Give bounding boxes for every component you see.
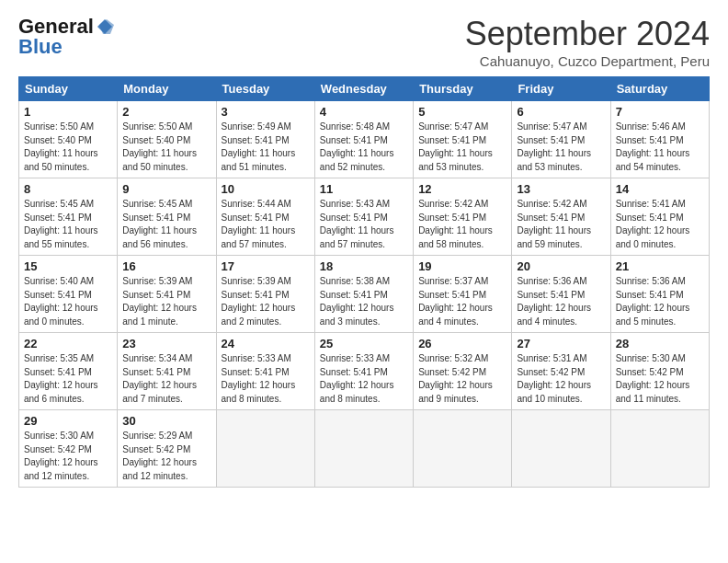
- day-info: Sunrise: 5:30 AMSunset: 5:42 PMDaylight:…: [616, 352, 704, 406]
- day-info: Sunrise: 5:47 AMSunset: 5:41 PMDaylight:…: [418, 121, 506, 174]
- calendar-week-1: 1Sunrise: 5:50 AMSunset: 5:40 PMDaylight…: [19, 101, 710, 178]
- title-area: September 2024 Cahuanuyo, Cuzco Departme…: [465, 15, 710, 69]
- day-info: Sunrise: 5:49 AMSunset: 5:41 PMDaylight:…: [222, 121, 310, 174]
- calendar-cell: 27Sunrise: 5:31 AMSunset: 5:42 PMDayligh…: [512, 333, 610, 410]
- calendar-cell: [414, 410, 512, 488]
- day-info: Sunrise: 5:36 AMSunset: 5:41 PMDaylight:…: [616, 275, 704, 328]
- day-number: 2: [122, 105, 210, 119]
- calendar-cell: [314, 410, 413, 488]
- day-number: 14: [616, 182, 704, 196]
- day-info: Sunrise: 5:32 AMSunset: 5:42 PMDaylight:…: [418, 352, 506, 406]
- day-number: 16: [122, 259, 210, 273]
- day-number: 20: [517, 259, 605, 273]
- calendar-cell: 17Sunrise: 5:39 AMSunset: 5:41 PMDayligh…: [216, 256, 314, 333]
- day-info: Sunrise: 5:38 AMSunset: 5:41 PMDaylight:…: [320, 275, 408, 328]
- day-info: Sunrise: 5:30 AMSunset: 5:42 PMDaylight:…: [24, 430, 112, 483]
- calendar-cell: 30Sunrise: 5:29 AMSunset: 5:42 PMDayligh…: [118, 410, 216, 488]
- day-info: Sunrise: 5:46 AMSunset: 5:41 PMDaylight:…: [616, 121, 704, 174]
- calendar-cell: 8Sunrise: 5:45 AMSunset: 5:41 PMDaylight…: [19, 178, 118, 256]
- day-number: 28: [616, 337, 704, 350]
- day-info: Sunrise: 5:37 AMSunset: 5:41 PMDaylight:…: [418, 275, 506, 328]
- calendar-cell: 3Sunrise: 5:49 AMSunset: 5:41 PMDaylight…: [216, 101, 314, 178]
- calendar-cell: 21Sunrise: 5:36 AMSunset: 5:41 PMDayligh…: [610, 256, 709, 333]
- calendar-week-2: 8Sunrise: 5:45 AMSunset: 5:41 PMDaylight…: [19, 178, 710, 256]
- day-number: 21: [616, 259, 704, 273]
- calendar-cell: 9Sunrise: 5:45 AMSunset: 5:41 PMDaylight…: [118, 178, 216, 256]
- calendar-cell: 24Sunrise: 5:33 AMSunset: 5:41 PMDayligh…: [216, 333, 314, 410]
- day-info: Sunrise: 5:31 AMSunset: 5:42 PMDaylight:…: [517, 352, 605, 406]
- calendar-cell: [216, 410, 314, 488]
- day-info: Sunrise: 5:42 AMSunset: 5:41 PMDaylight:…: [517, 198, 605, 251]
- logo-blue: Blue: [18, 35, 63, 59]
- calendar-week-5: 29Sunrise: 5:30 AMSunset: 5:42 PMDayligh…: [19, 410, 710, 488]
- day-number: 22: [24, 337, 112, 350]
- calendar-cell: 20Sunrise: 5:36 AMSunset: 5:41 PMDayligh…: [512, 256, 610, 333]
- weekday-header-wednesday: Wednesday: [314, 77, 413, 101]
- calendar-cell: [610, 410, 709, 488]
- calendar-cell: 18Sunrise: 5:38 AMSunset: 5:41 PMDayligh…: [314, 256, 413, 333]
- day-number: 11: [320, 182, 408, 196]
- day-info: Sunrise: 5:48 AMSunset: 5:41 PMDaylight:…: [320, 121, 408, 174]
- day-number: 8: [24, 182, 112, 196]
- weekday-header-thursday: Thursday: [414, 77, 512, 101]
- weekday-header-saturday: Saturday: [610, 77, 709, 101]
- day-number: 6: [517, 105, 605, 119]
- day-number: 24: [222, 337, 310, 350]
- weekday-header-monday: Monday: [118, 77, 216, 101]
- day-info: Sunrise: 5:35 AMSunset: 5:41 PMDaylight:…: [24, 352, 112, 406]
- day-number: 12: [418, 182, 506, 196]
- calendar-cell: 4Sunrise: 5:48 AMSunset: 5:41 PMDaylight…: [314, 101, 413, 178]
- calendar-cell: 5Sunrise: 5:47 AMSunset: 5:41 PMDaylight…: [414, 101, 512, 178]
- calendar-cell: [512, 410, 610, 488]
- day-number: 3: [222, 105, 310, 119]
- month-title: September 2024: [465, 15, 710, 53]
- day-number: 4: [320, 105, 408, 119]
- weekday-header-sunday: Sunday: [19, 77, 118, 101]
- calendar-cell: 16Sunrise: 5:39 AMSunset: 5:41 PMDayligh…: [118, 256, 216, 333]
- weekday-header-friday: Friday: [512, 77, 610, 101]
- weekday-header-row: SundayMondayTuesdayWednesdayThursdayFrid…: [19, 77, 710, 101]
- day-number: 10: [222, 182, 310, 196]
- day-info: Sunrise: 5:40 AMSunset: 5:41 PMDaylight:…: [24, 275, 112, 328]
- calendar-cell: 29Sunrise: 5:30 AMSunset: 5:42 PMDayligh…: [19, 410, 118, 488]
- calendar-cell: 19Sunrise: 5:37 AMSunset: 5:41 PMDayligh…: [414, 256, 512, 333]
- day-info: Sunrise: 5:33 AMSunset: 5:41 PMDaylight:…: [320, 352, 408, 406]
- day-info: Sunrise: 5:39 AMSunset: 5:41 PMDaylight:…: [222, 275, 310, 328]
- calendar-cell: 28Sunrise: 5:30 AMSunset: 5:42 PMDayligh…: [610, 333, 709, 410]
- calendar-week-3: 15Sunrise: 5:40 AMSunset: 5:41 PMDayligh…: [19, 256, 710, 333]
- day-number: 27: [517, 337, 605, 350]
- day-number: 13: [517, 182, 605, 196]
- day-info: Sunrise: 5:50 AMSunset: 5:40 PMDaylight:…: [24, 121, 112, 174]
- calendar-cell: 26Sunrise: 5:32 AMSunset: 5:42 PMDayligh…: [414, 333, 512, 410]
- day-number: 19: [418, 259, 506, 273]
- day-number: 25: [320, 337, 408, 350]
- day-number: 26: [418, 337, 506, 350]
- calendar-cell: 22Sunrise: 5:35 AMSunset: 5:41 PMDayligh…: [19, 333, 118, 410]
- logo: General Blue: [18, 15, 114, 59]
- calendar-week-4: 22Sunrise: 5:35 AMSunset: 5:41 PMDayligh…: [19, 333, 710, 410]
- day-info: Sunrise: 5:47 AMSunset: 5:41 PMDaylight:…: [517, 121, 605, 174]
- day-info: Sunrise: 5:39 AMSunset: 5:41 PMDaylight:…: [122, 275, 210, 328]
- day-info: Sunrise: 5:44 AMSunset: 5:41 PMDaylight:…: [222, 198, 310, 251]
- calendar-cell: 11Sunrise: 5:43 AMSunset: 5:41 PMDayligh…: [314, 178, 413, 256]
- day-number: 29: [24, 414, 112, 428]
- day-number: 18: [320, 259, 408, 273]
- day-info: Sunrise: 5:42 AMSunset: 5:41 PMDaylight:…: [418, 198, 506, 251]
- day-number: 15: [24, 259, 112, 273]
- calendar-cell: 14Sunrise: 5:41 AMSunset: 5:41 PMDayligh…: [610, 178, 709, 256]
- calendar-cell: 1Sunrise: 5:50 AMSunset: 5:40 PMDaylight…: [19, 101, 118, 178]
- day-number: 9: [122, 182, 210, 196]
- day-number: 1: [24, 105, 112, 119]
- calendar-cell: 12Sunrise: 5:42 AMSunset: 5:41 PMDayligh…: [414, 178, 512, 256]
- day-number: 23: [122, 337, 210, 350]
- calendar-cell: 15Sunrise: 5:40 AMSunset: 5:41 PMDayligh…: [19, 256, 118, 333]
- day-info: Sunrise: 5:29 AMSunset: 5:42 PMDaylight:…: [122, 430, 210, 483]
- calendar-cell: 25Sunrise: 5:33 AMSunset: 5:41 PMDayligh…: [314, 333, 413, 410]
- day-info: Sunrise: 5:41 AMSunset: 5:41 PMDaylight:…: [616, 198, 704, 251]
- calendar-cell: 23Sunrise: 5:34 AMSunset: 5:41 PMDayligh…: [118, 333, 216, 410]
- day-info: Sunrise: 5:34 AMSunset: 5:41 PMDaylight:…: [122, 352, 210, 406]
- day-info: Sunrise: 5:43 AMSunset: 5:41 PMDaylight:…: [320, 198, 408, 251]
- day-info: Sunrise: 5:36 AMSunset: 5:41 PMDaylight:…: [517, 275, 605, 328]
- day-number: 7: [616, 105, 704, 119]
- day-number: 5: [418, 105, 506, 119]
